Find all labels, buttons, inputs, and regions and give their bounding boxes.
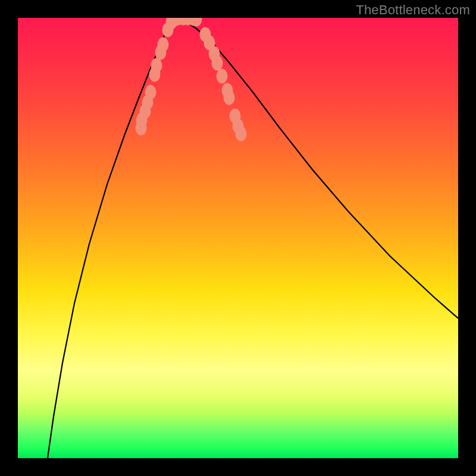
watermark-text: TheBottleneck.com — [356, 2, 470, 18]
curve-path — [48, 19, 458, 458]
marker-dot — [224, 90, 235, 105]
marker-dot — [151, 58, 162, 73]
chart-svg — [18, 18, 458, 458]
marker-dot — [158, 37, 169, 52]
plot-area — [18, 18, 458, 458]
marker-dot — [217, 69, 228, 84]
marker-group — [136, 18, 247, 142]
chart-frame: TheBottleneck.com — [0, 0, 476, 476]
marker-dot — [236, 127, 247, 142]
marker-dot — [212, 56, 223, 71]
marker-dot — [145, 85, 156, 100]
